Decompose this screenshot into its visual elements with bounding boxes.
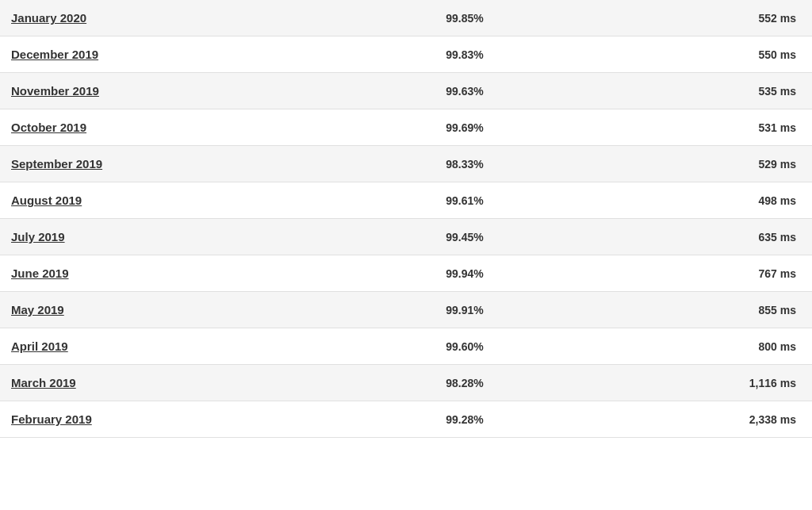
- month-link[interactable]: February 2019: [11, 412, 92, 426]
- month-link[interactable]: August 2019: [11, 194, 82, 207]
- table-row: March 201998.28%1,116 ms: [0, 365, 812, 401]
- uptime-value: 99.61%: [446, 194, 621, 207]
- response-time-value: 552 ms: [621, 12, 804, 25]
- uptime-value: 99.91%: [446, 304, 621, 316]
- table-row: August 201999.61%498 ms: [0, 182, 812, 219]
- month-column: September 2019: [8, 157, 446, 171]
- month-column: August 2019: [8, 194, 446, 207]
- month-link[interactable]: December 2019: [11, 48, 98, 61]
- month-link[interactable]: June 2019: [11, 267, 69, 280]
- table-row: October 201999.69%531 ms: [0, 109, 812, 146]
- response-time-value: 529 ms: [621, 158, 804, 171]
- month-link[interactable]: September 2019: [11, 157, 102, 171]
- month-column: October 2019: [8, 121, 446, 134]
- month-column: January 2020: [8, 11, 446, 25]
- month-link[interactable]: July 2019: [11, 230, 65, 243]
- uptime-value: 99.85%: [446, 12, 621, 25]
- month-link[interactable]: March 2019: [11, 376, 76, 389]
- table-row: June 201999.94%767 ms: [0, 255, 812, 292]
- month-link[interactable]: April 2019: [11, 339, 68, 353]
- month-link[interactable]: May 2019: [11, 303, 64, 316]
- table-row: May 201999.91%855 ms: [0, 292, 812, 328]
- response-time-value: 2,338 ms: [621, 413, 804, 426]
- month-link[interactable]: October 2019: [11, 121, 86, 134]
- month-column: December 2019: [8, 48, 446, 61]
- table-row: September 201998.33%529 ms: [0, 146, 812, 182]
- uptime-value: 99.83%: [446, 48, 621, 61]
- uptime-value: 99.94%: [446, 267, 621, 280]
- uptime-value: 98.33%: [446, 158, 621, 171]
- month-column: February 2019: [8, 412, 446, 426]
- response-time-value: 1,116 ms: [621, 377, 804, 389]
- response-time-value: 535 ms: [621, 85, 804, 98]
- uptime-value: 99.28%: [446, 413, 621, 426]
- response-time-value: 800 ms: [621, 340, 804, 353]
- uptime-value: 99.69%: [446, 121, 621, 134]
- month-column: March 2019: [8, 376, 446, 389]
- month-link[interactable]: January 2020: [11, 11, 86, 25]
- response-time-value: 855 ms: [621, 304, 804, 316]
- table-row: December 201999.83%550 ms: [0, 36, 812, 73]
- uptime-value: 98.28%: [446, 377, 621, 389]
- table-row: January 202099.85%552 ms: [0, 0, 812, 36]
- uptime-value: 99.60%: [446, 340, 621, 353]
- uptime-table: January 202099.85%552 msDecember 201999.…: [0, 0, 812, 438]
- table-row: July 201999.45%635 ms: [0, 219, 812, 255]
- table-row: November 201999.63%535 ms: [0, 73, 812, 109]
- response-time-value: 635 ms: [621, 231, 804, 243]
- response-time-value: 550 ms: [621, 48, 804, 61]
- month-column: May 2019: [8, 303, 446, 316]
- response-time-value: 498 ms: [621, 194, 804, 207]
- month-column: July 2019: [8, 230, 446, 243]
- response-time-value: 531 ms: [621, 121, 804, 134]
- month-link[interactable]: November 2019: [11, 84, 99, 98]
- table-row: February 201999.28%2,338 ms: [0, 401, 812, 438]
- table-row: April 201999.60%800 ms: [0, 328, 812, 365]
- uptime-value: 99.45%: [446, 231, 621, 243]
- month-column: April 2019: [8, 339, 446, 353]
- uptime-value: 99.63%: [446, 85, 621, 98]
- month-column: June 2019: [8, 267, 446, 280]
- response-time-value: 767 ms: [621, 267, 804, 280]
- month-column: November 2019: [8, 84, 446, 98]
